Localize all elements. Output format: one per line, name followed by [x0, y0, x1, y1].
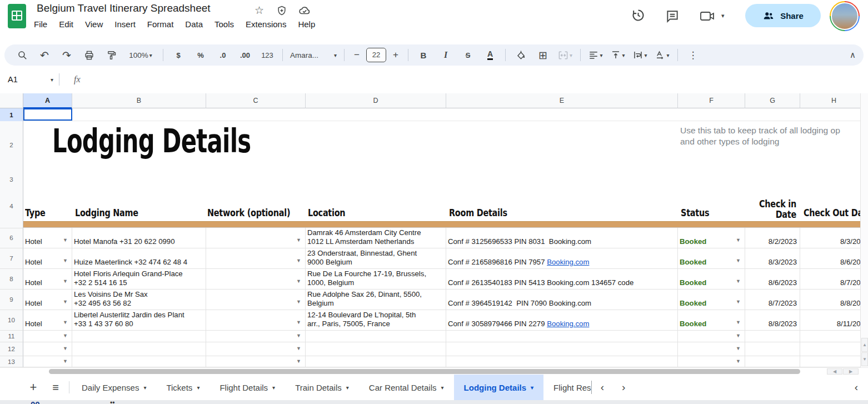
fill-color-button[interactable]	[511, 47, 531, 63]
dropdown-icon[interactable]: ▼	[63, 300, 68, 305]
cell-network[interactable]: ▼	[206, 269, 306, 290]
dropdown-icon[interactable]: ▼	[63, 333, 68, 338]
row-header-5[interactable]	[0, 221, 23, 228]
shield-move-icon[interactable]	[276, 5, 287, 16]
tab-daily-expenses[interactable]: Daily Expenses▾	[72, 375, 156, 400]
tab-train-details[interactable]: Train Details▾	[285, 375, 359, 400]
format-currency-button[interactable]: $	[168, 47, 188, 63]
column-header-f[interactable]: F	[678, 93, 745, 108]
cell-check-in[interactable]: 8/3/2023	[745, 248, 800, 269]
column-header-g[interactable]: G	[745, 93, 800, 108]
cell-check-out[interactable]	[800, 356, 868, 367]
dropdown-icon[interactable]: ▼	[63, 258, 68, 263]
cell-status[interactable]: Booked▼	[678, 248, 745, 269]
meet-camera-icon[interactable]	[700, 10, 715, 22]
cell-location[interactable]	[306, 331, 446, 342]
cell-type[interactable]: Hotel▼	[23, 269, 72, 290]
hide-toolbar-icon[interactable]: ∧	[850, 50, 856, 60]
table-header-row[interactable]: 4 Type Lodging Name Network (optional) L…	[0, 191, 868, 221]
cell-location[interactable]: Rue De La Fourche 17-19, Brussels,1000, …	[306, 269, 446, 290]
cell-check-in[interactable]	[745, 356, 800, 367]
cell-network[interactable]: ▼	[206, 331, 306, 342]
cell-check-out[interactable]: 8/6/202	[800, 248, 868, 269]
menu-data[interactable]: Data	[185, 19, 203, 29]
cell-type[interactable]: ▼	[23, 356, 72, 367]
cell-room-details[interactable]: Conf # 2165896816 PIN 7957 Booking.com	[446, 248, 678, 269]
bold-button[interactable]: B	[413, 47, 433, 63]
cell-room-details[interactable]	[446, 331, 678, 342]
active-cell-a1[interactable]	[23, 108, 72, 121]
cell-check-out[interactable]: 8/11/202	[800, 310, 868, 331]
cell-status[interactable]: Booked▼	[678, 228, 745, 248]
menu-insert[interactable]: Insert	[114, 19, 136, 29]
scroll-right-icon[interactable]: ▶	[843, 368, 859, 375]
cell-type[interactable]: Hotel▼	[23, 310, 72, 331]
dropdown-icon[interactable]: ▼	[296, 300, 301, 305]
sheet-row-2[interactable]: 2 Lodging Details Use this tab to keep t…	[0, 121, 868, 168]
dropdown-icon[interactable]: ▼	[296, 346, 301, 351]
cell-network[interactable]: ▼	[206, 342, 306, 356]
cell-check-in[interactable]	[745, 342, 800, 356]
cell-check-out[interactable]: 8/8/202	[800, 290, 868, 310]
name-box[interactable]: A1 ▾	[8, 75, 53, 84]
row-header-8[interactable]: 8	[0, 269, 23, 290]
cell-check-in[interactable]: 8/8/2023	[745, 310, 800, 331]
cloud-saved-icon[interactable]	[298, 6, 311, 16]
dropdown-icon[interactable]: ▼	[736, 333, 741, 338]
cell-type[interactable]: Hotel▼	[23, 248, 72, 269]
more-options-icon[interactable]: ⋮	[683, 47, 703, 63]
menu-tools[interactable]: Tools	[214, 19, 234, 29]
dropdown-icon[interactable]: ▼	[63, 359, 68, 364]
horizontal-scrollbar[interactable]: ◀ ▶	[0, 367, 868, 375]
column-header-a[interactable]: A	[23, 93, 72, 108]
dropdown-icon[interactable]: ▼	[736, 320, 741, 325]
cell-room-details[interactable]	[446, 356, 678, 367]
cell-status[interactable]: ▼	[678, 342, 745, 356]
decrease-decimals-button[interactable]: .0	[213, 47, 233, 63]
dropdown-icon[interactable]: ▼	[63, 238, 68, 243]
cell-location[interactable]: 12-14 Boulevard De L'hopital, 5tharr., P…	[306, 310, 446, 331]
menu-format[interactable]: Format	[147, 19, 174, 29]
add-sheet-icon[interactable]: +	[22, 380, 44, 395]
font-size-input[interactable]: 22	[366, 48, 386, 62]
dropdown-icon[interactable]: ▼	[296, 320, 301, 325]
cell-status[interactable]: Booked▼	[678, 310, 745, 331]
scroll-left-icon[interactable]: ◀	[827, 368, 842, 375]
star-icon[interactable]: ☆	[255, 4, 264, 17]
scroll-down-icon[interactable]: ▼	[861, 352, 868, 366]
cell-type[interactable]: Hotel▼	[23, 290, 72, 310]
cell-location[interactable]: Damrak 46 Amsterdam City Centre1012 LL A…	[306, 228, 446, 248]
dropdown-icon[interactable]: ▼	[736, 258, 741, 263]
cell-status[interactable]: ▼	[678, 331, 745, 342]
tabs-scroll-left-icon[interactable]: ‹	[592, 381, 613, 393]
print-icon[interactable]	[79, 47, 99, 63]
zoom-control[interactable]: 100% ▾	[123, 47, 158, 63]
menu-file[interactable]: File	[34, 19, 47, 29]
horizontal-scroll-thumb[interactable]	[49, 369, 800, 374]
cell-type[interactable]: ▼	[23, 331, 72, 342]
menu-help[interactable]: Help	[298, 19, 315, 29]
booking-link[interactable]: Booking.com	[547, 258, 589, 266]
paint-format-icon[interactable]	[101, 47, 121, 63]
row-header-6[interactable]: 6	[0, 228, 23, 248]
cell-status[interactable]: Booked▼	[678, 269, 745, 290]
column-header-e[interactable]: E	[446, 93, 678, 108]
account-avatar[interactable]	[830, 1, 860, 31]
divider-band-row[interactable]	[0, 221, 868, 228]
increase-font-size-button[interactable]: +	[388, 47, 403, 63]
cell-lodging-name[interactable]: Les Voisins De Mr Sax+32 495 63 56 82	[72, 290, 206, 310]
tab-caret-icon[interactable]: ▾	[272, 385, 275, 391]
row-header-12[interactable]: 12	[0, 342, 23, 356]
dropdown-icon[interactable]: ▼	[63, 320, 68, 325]
strikethrough-button[interactable]: S	[458, 47, 478, 63]
column-header-c[interactable]: C	[206, 93, 306, 108]
dropdown-icon[interactable]: ▼	[296, 258, 301, 263]
sheet-row-3[interactable]: 3	[0, 168, 868, 191]
cell-check-in[interactable]: 8/2/2023	[745, 228, 800, 248]
cell-location[interactable]	[306, 342, 446, 356]
more-formats-button[interactable]: 123	[257, 47, 277, 63]
cell-lodging-name[interactable]: Hotel Floris Arlequin Grand-Place+32 2 5…	[72, 269, 206, 290]
column-header-h[interactable]: H	[800, 93, 868, 108]
undo-icon[interactable]: ↶	[34, 47, 54, 63]
cell-lodging-name[interactable]: Hotel Manofa +31 20 622 0990	[72, 228, 206, 248]
